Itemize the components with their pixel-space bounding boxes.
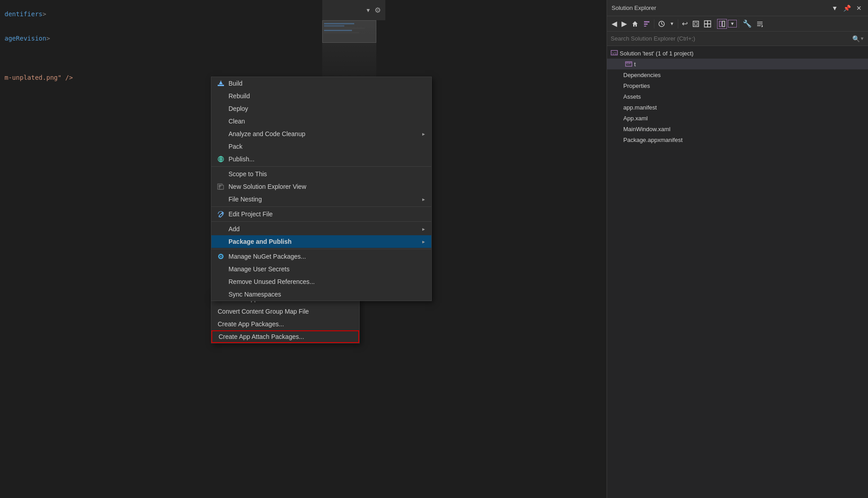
- sep4: [211, 249, 431, 249]
- svg-marker-34: [762, 25, 763, 27]
- menu-item-scope[interactable]: Scope to This: [211, 168, 431, 180]
- menu-label-new-sol: New Solution Explorer View: [228, 183, 426, 190]
- top-toolbar: ▼ ⚙: [322, 0, 385, 20]
- menu-label-build: Build: [228, 80, 426, 87]
- file-nesting-arrow: ►: [421, 197, 426, 202]
- sep3: [211, 221, 431, 222]
- dropdown-arrow[interactable]: ▼: [365, 7, 371, 14]
- app-xaml-label: App.xaml: [623, 115, 648, 122]
- se-tree-dependencies[interactable]: Dependencies: [607, 69, 868, 80]
- sep2: [211, 206, 431, 207]
- menu-item-nuget[interactable]: Manage NuGet Packages...: [211, 250, 431, 263]
- menu-item-new-sol[interactable]: New Solution Explorer View: [211, 180, 431, 193]
- se-clock-btn[interactable]: [656, 19, 667, 28]
- se-multi-btn[interactable]: [702, 19, 713, 28]
- svg-rect-29: [719, 21, 722, 27]
- se-clock-dropdown-btn[interactable]: ▼: [668, 20, 676, 27]
- svg-text:VS: VS: [612, 51, 617, 55]
- se-pin-btn[interactable]: 📌: [841, 4, 853, 13]
- se-settings-btn[interactable]: 🔧: [741, 18, 754, 29]
- se-undo-btn[interactable]: ↩: [680, 18, 690, 29]
- se-tree-assets[interactable]: Assets: [607, 91, 868, 102]
- se-tree-app-xaml[interactable]: App.xaml: [607, 113, 868, 123]
- toolbar-sep-1: [654, 19, 654, 28]
- se-tree-solution[interactable]: VS Solution 'test' (1 of 1 project): [607, 48, 868, 59]
- svg-rect-26: [708, 21, 711, 24]
- svg-point-16: [220, 256, 222, 257]
- menu-label-clean: Clean: [228, 118, 426, 125]
- svg-rect-18: [644, 23, 648, 25]
- menu-item-build[interactable]: Build: [211, 77, 431, 90]
- svg-text:C#: C#: [626, 62, 630, 65]
- se-tree-app-manifest[interactable]: app.manifest: [607, 102, 868, 113]
- menu-item-file-nesting[interactable]: File Nesting ►: [211, 193, 431, 206]
- menu-item-publish[interactable]: Publish...: [211, 153, 431, 165]
- se-close-btn[interactable]: ✕: [854, 4, 863, 13]
- menu-item-sync-namespaces[interactable]: Sync Namespaces: [211, 288, 431, 301]
- se-frame-btn[interactable]: [690, 19, 701, 28]
- menu-item-remove-unused[interactable]: Remove Unused References...: [211, 275, 431, 288]
- add-arrow: ►: [421, 227, 426, 232]
- context-menu: Build Rebuild Deploy Clean Analyze and C…: [211, 77, 432, 301]
- se-tree-properties[interactable]: Properties: [607, 80, 868, 91]
- se-dropdown-btn[interactable]: ▼: [830, 4, 840, 13]
- menu-item-user-secrets[interactable]: Manage User Secrets: [211, 263, 431, 275]
- menu-item-deploy[interactable]: Deploy: [211, 102, 431, 115]
- nuget-icon: [216, 253, 226, 260]
- menu-label-package-publish: Package and Publish: [228, 238, 421, 245]
- toolbar-sep-4: [739, 19, 739, 28]
- minimap-scroll[interactable]: [322, 20, 376, 43]
- menu-item-pack[interactable]: Pack: [211, 140, 431, 153]
- se-view-dropdown-btn[interactable]: ▼: [728, 20, 737, 27]
- search-icon[interactable]: 🔍: [852, 35, 860, 42]
- svg-rect-27: [704, 24, 708, 27]
- settings-icon[interactable]: ⚙: [375, 6, 381, 14]
- menu-item-edit-project[interactable]: Edit Project File: [211, 208, 431, 220]
- se-view-active-btn[interactable]: [717, 19, 727, 29]
- svg-rect-23: [693, 21, 699, 27]
- se-title: Solution Explorer: [612, 5, 656, 11]
- svg-rect-2: [220, 80, 222, 81]
- svg-rect-17: [644, 21, 649, 23]
- se-search-input[interactable]: [611, 35, 852, 42]
- project-icon: C#: [616, 60, 632, 69]
- menu-label-scope: Scope to This: [228, 170, 426, 178]
- submenu-item-create-attach[interactable]: Create App Attach Packages...: [211, 330, 359, 343]
- search-dropdown[interactable]: ▼: [860, 36, 864, 41]
- se-collapse-btn[interactable]: [754, 19, 765, 28]
- properties-label: Properties: [623, 82, 650, 89]
- menu-label-deploy: Deploy: [228, 105, 426, 112]
- se-tree: VS Solution 'test' (1 of 1 project) C# t…: [607, 46, 868, 147]
- menu-item-package-publish[interactable]: Package and Publish ►: [211, 235, 431, 248]
- analyze-arrow: ►: [421, 132, 426, 137]
- create-attach-label: Create App Attach Packages...: [219, 333, 304, 340]
- menu-item-clean[interactable]: Clean: [211, 115, 431, 128]
- new-sol-icon: [216, 183, 226, 190]
- edit-project-icon: [216, 210, 226, 218]
- menu-label-publish: Publish...: [228, 155, 426, 163]
- mainwindow-xaml-label: MainWindow.xaml: [623, 126, 671, 132]
- se-tree-package-appx[interactable]: Package.appxmanifest: [607, 134, 868, 145]
- toolbar-sep-3: [715, 19, 715, 28]
- se-titlebar-buttons: ▼ 📌 ✕: [830, 4, 863, 13]
- svg-rect-0: [218, 85, 224, 86]
- sep1: [211, 166, 431, 167]
- menu-label-add: Add: [228, 225, 421, 233]
- se-back-btn[interactable]: ◀: [610, 18, 619, 29]
- menu-item-add[interactable]: Add ►: [211, 223, 431, 235]
- se-forward-btn[interactable]: ▶: [620, 18, 629, 29]
- assets-label: Assets: [623, 93, 641, 100]
- se-tree-project[interactable]: C# t: [607, 59, 868, 69]
- submenu-item-convert[interactable]: Convert Content Group Map File: [211, 305, 359, 318]
- se-tree-mainwindow-xaml[interactable]: MainWindow.xaml: [607, 123, 868, 134]
- menu-item-rebuild[interactable]: Rebuild: [211, 90, 431, 102]
- se-sync-btn[interactable]: [641, 19, 652, 28]
- convert-label: Convert Content Group Map File: [218, 308, 309, 315]
- build-icon: [216, 80, 226, 87]
- menu-item-analyze[interactable]: Analyze and Code Cleanup ►: [211, 128, 431, 140]
- publish-icon: [216, 155, 226, 163]
- submenu-item-create-packages[interactable]: Create App Packages...: [211, 318, 359, 330]
- svg-line-22: [662, 24, 663, 25]
- create-packages-label: Create App Packages...: [218, 320, 284, 328]
- se-home-btn[interactable]: [630, 19, 640, 28]
